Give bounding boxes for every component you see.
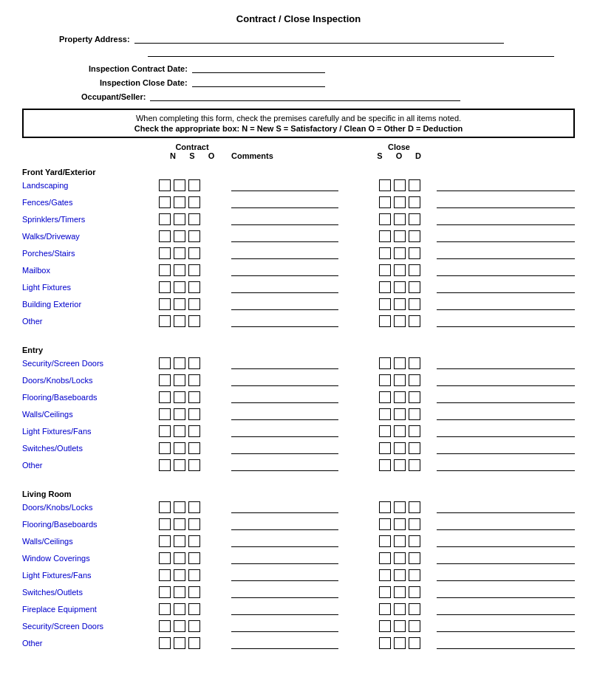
close-cb-s[interactable]	[379, 425, 391, 437]
close-cb-d[interactable]	[409, 281, 420, 293]
contract-cb-n[interactable]	[159, 179, 171, 191]
close-cb-o[interactable]	[394, 230, 406, 242]
contract-cb-n[interactable]	[159, 315, 171, 327]
contract-cb-o[interactable]	[188, 552, 200, 564]
contract-cb-s[interactable]	[174, 603, 185, 615]
close-cb-d[interactable]	[409, 569, 420, 581]
close-cb-s[interactable]	[379, 535, 391, 547]
contract-cb-n[interactable]	[159, 408, 171, 420]
close-cb-o[interactable]	[394, 552, 406, 564]
contract-cb-o[interactable]	[188, 603, 200, 615]
contract-cb-s[interactable]	[174, 442, 185, 454]
close-cb-o[interactable]	[394, 535, 406, 547]
contract-cb-o[interactable]	[188, 501, 200, 513]
close-cb-d[interactable]	[409, 620, 420, 632]
close-cb-o[interactable]	[394, 179, 406, 191]
close-cb-s[interactable]	[379, 603, 391, 615]
contract-cb-o[interactable]	[188, 196, 200, 208]
close-cb-s[interactable]	[379, 315, 391, 327]
close-cb-d[interactable]	[409, 552, 420, 564]
close-cb-s[interactable]	[379, 586, 391, 598]
contract-cb-n[interactable]	[159, 518, 171, 530]
close-cb-o[interactable]	[394, 213, 406, 225]
contract-cb-n[interactable]	[159, 535, 171, 547]
contract-cb-o[interactable]	[188, 535, 200, 547]
contract-cb-o[interactable]	[188, 637, 200, 649]
close-cb-o[interactable]	[394, 620, 406, 632]
close-cb-s[interactable]	[379, 357, 391, 369]
contract-cb-s[interactable]	[174, 408, 185, 420]
close-cb-s[interactable]	[379, 501, 391, 513]
contract-cb-o[interactable]	[188, 213, 200, 225]
contract-cb-s[interactable]	[174, 425, 185, 437]
contract-cb-o[interactable]	[188, 247, 200, 259]
close-cb-d[interactable]	[409, 391, 420, 403]
contract-cb-o[interactable]	[188, 391, 200, 403]
contract-cb-o[interactable]	[188, 620, 200, 632]
close-cb-s[interactable]	[379, 247, 391, 259]
contract-cb-n[interactable]	[159, 264, 171, 276]
contract-cb-s[interactable]	[174, 552, 185, 564]
close-cb-s[interactable]	[379, 620, 391, 632]
close-cb-s[interactable]	[379, 569, 391, 581]
contract-cb-o[interactable]	[188, 230, 200, 242]
contract-cb-n[interactable]	[159, 247, 171, 259]
close-cb-d[interactable]	[409, 501, 420, 513]
close-cb-s[interactable]	[379, 408, 391, 420]
contract-cb-n[interactable]	[159, 442, 171, 454]
close-cb-o[interactable]	[394, 391, 406, 403]
contract-cb-n[interactable]	[159, 603, 171, 615]
close-cb-s[interactable]	[379, 391, 391, 403]
close-cb-o[interactable]	[394, 586, 406, 598]
close-cb-d[interactable]	[409, 357, 420, 369]
contract-cb-n[interactable]	[159, 459, 171, 471]
close-cb-d[interactable]	[409, 374, 420, 386]
contract-cb-n[interactable]	[159, 213, 171, 225]
contract-cb-s[interactable]	[174, 501, 185, 513]
contract-cb-o[interactable]	[188, 281, 200, 293]
contract-cb-o[interactable]	[188, 408, 200, 420]
close-cb-s[interactable]	[379, 264, 391, 276]
contract-cb-n[interactable]	[159, 391, 171, 403]
contract-cb-s[interactable]	[174, 535, 185, 547]
contract-cb-o[interactable]	[188, 264, 200, 276]
close-cb-d[interactable]	[409, 298, 420, 310]
close-cb-d[interactable]	[409, 586, 420, 598]
contract-cb-o[interactable]	[188, 374, 200, 386]
close-cb-d[interactable]	[409, 408, 420, 420]
close-cb-s[interactable]	[379, 374, 391, 386]
close-cb-s[interactable]	[379, 518, 391, 530]
contract-cb-s[interactable]	[174, 391, 185, 403]
close-cb-s[interactable]	[379, 281, 391, 293]
contract-cb-s[interactable]	[174, 620, 185, 632]
contract-cb-n[interactable]	[159, 298, 171, 310]
close-cb-s[interactable]	[379, 637, 391, 649]
close-cb-d[interactable]	[409, 518, 420, 530]
contract-cb-n[interactable]	[159, 637, 171, 649]
contract-cb-n[interactable]	[159, 620, 171, 632]
contract-cb-o[interactable]	[188, 586, 200, 598]
contract-cb-n[interactable]	[159, 501, 171, 513]
contract-cb-s[interactable]	[174, 247, 185, 259]
close-cb-o[interactable]	[394, 569, 406, 581]
close-cb-d[interactable]	[409, 230, 420, 242]
contract-cb-n[interactable]	[159, 357, 171, 369]
contract-cb-o[interactable]	[188, 569, 200, 581]
close-cb-s[interactable]	[379, 442, 391, 454]
contract-cb-o[interactable]	[188, 425, 200, 437]
contract-cb-s[interactable]	[174, 264, 185, 276]
contract-cb-o[interactable]	[188, 357, 200, 369]
close-cb-d[interactable]	[409, 315, 420, 327]
contract-cb-o[interactable]	[188, 298, 200, 310]
close-cb-s[interactable]	[379, 196, 391, 208]
close-cb-s[interactable]	[379, 179, 391, 191]
contract-cb-s[interactable]	[174, 357, 185, 369]
contract-cb-n[interactable]	[159, 230, 171, 242]
contract-cb-o[interactable]	[188, 315, 200, 327]
close-cb-o[interactable]	[394, 603, 406, 615]
contract-cb-n[interactable]	[159, 196, 171, 208]
contract-cb-s[interactable]	[174, 459, 185, 471]
close-cb-d[interactable]	[409, 213, 420, 225]
contract-cb-o[interactable]	[188, 518, 200, 530]
close-cb-d[interactable]	[409, 637, 420, 649]
